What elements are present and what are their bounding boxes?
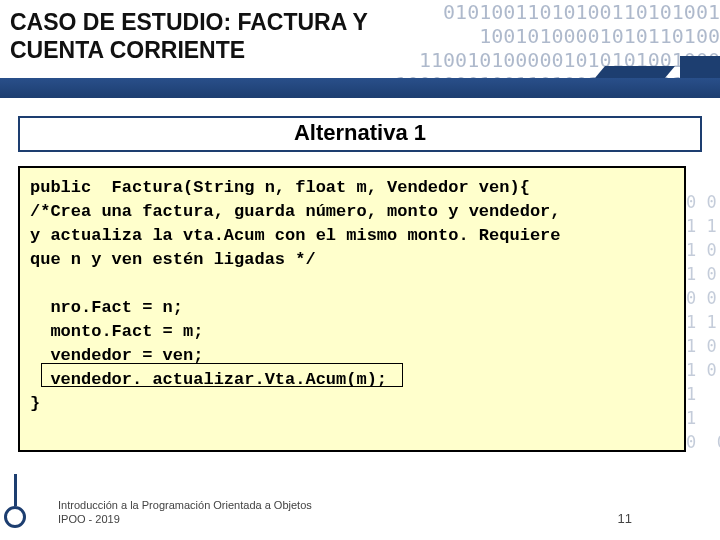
circuit-icon: [0, 472, 42, 532]
header-accent-bar: [0, 78, 720, 98]
binary-background-side: 0 0 1 1 1 0 1 0 0 0 1 1 1 0 1 0 1 1 0 0: [686, 190, 720, 454]
code-line-2: monto.Fact = m;: [30, 322, 203, 341]
subtitle: Alternativa 1: [18, 116, 702, 152]
course-line2: IPOO - 2019: [58, 512, 312, 526]
page-number: 11: [618, 511, 702, 526]
code-signature: public Factura(String n, float m, Vended…: [30, 178, 530, 197]
code-line-5: }: [30, 394, 40, 413]
course-label: Introducción a la Programación Orientada…: [18, 498, 312, 526]
slide-title-line1: CASO DE ESTUDIO: FACTURA Y: [10, 8, 710, 36]
code-line-3: vendedor = ven;: [30, 346, 203, 365]
code-block: public Factura(String n, float m, Vended…: [18, 166, 686, 452]
course-line1: Introducción a la Programación Orientada…: [58, 498, 312, 512]
code-comment: /*Crea una factura, guarda número, monto…: [30, 202, 561, 269]
code-line-4: vendedor. actualizar.Vta.Acum(m);: [30, 370, 387, 389]
code-line-1: nro.Fact = n;: [30, 298, 183, 317]
slide-title-line2: CUENTA CORRIENTE: [10, 36, 710, 64]
footer: Introducción a la Programación Orientada…: [18, 498, 702, 526]
